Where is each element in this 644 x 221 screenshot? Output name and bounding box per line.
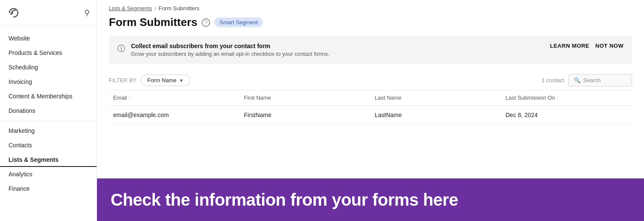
breadcrumb: Lists & Segments / Form Submitters	[97, 0, 644, 11]
banner-title: Collect email subscribers from your cont…	[131, 43, 544, 49]
th-firstname: First Name	[240, 95, 371, 101]
purple-overlay-banner: Check the information from your forms he…	[97, 178, 644, 221]
form-name-dropdown-label: Form Name	[147, 77, 177, 83]
sidebar-top: ⚲	[0, 0, 97, 26]
filter-bar: FILTER BY Form Name ▼ 1 contact 🔍 Search	[97, 71, 644, 90]
breadcrumb-current: Form Submitters	[159, 5, 199, 11]
sidebar-item-marketing[interactable]: Marketing	[0, 123, 97, 138]
cell-submission: Dec 8, 2024	[502, 112, 633, 118]
breadcrumb-parent[interactable]: Lists & Segments	[109, 5, 152, 11]
search-icon: 🔍	[574, 77, 581, 83]
cell-email: email@example.com	[109, 112, 240, 118]
banner-actions: LEARN MORE NOT NOW	[550, 43, 624, 49]
sidebar-item-content[interactable]: Content & Memberships	[0, 89, 97, 103]
contact-count: 1 contact	[541, 77, 564, 83]
not-now-button[interactable]: NOT NOW	[596, 43, 624, 49]
sidebar-item-finance[interactable]: Finance	[0, 181, 97, 196]
sort-icon-email[interactable]: ↕	[129, 95, 131, 100]
table-row[interactable]: email@example.com FirstName LastName Dec…	[109, 106, 632, 125]
filter-by-label: FILTER BY	[109, 77, 137, 83]
sidebar-item-scheduling[interactable]: Scheduling	[0, 60, 97, 75]
sidebar-item-website[interactable]: Website	[0, 31, 97, 46]
sidebar-item-lists[interactable]: Lists & Segments	[0, 152, 97, 167]
learn-more-button[interactable]: LEARN MORE	[550, 43, 590, 49]
th-email: Email ↕	[109, 95, 240, 101]
smart-segment-badge: Smart Segment	[214, 17, 263, 27]
info-icon: ⓘ	[117, 43, 125, 54]
banner-text: Collect email subscribers from your cont…	[131, 43, 544, 57]
table-header: Email ↕ First Name Last Name Last Submis…	[109, 90, 632, 106]
sidebar-item-contacts[interactable]: Contacts	[0, 138, 97, 152]
sidebar-search-icon[interactable]: ⚲	[84, 8, 90, 17]
logo-icon	[7, 6, 20, 20]
page-title: Form Submitters	[109, 16, 197, 29]
page-title-area: Form Submitters ? Smart Segment	[97, 11, 644, 36]
cell-firstname: FirstName	[240, 112, 371, 118]
th-lastname: Last Name	[370, 95, 502, 101]
sidebar: ⚲ Website Products & Services Scheduling…	[0, 0, 97, 221]
help-icon[interactable]: ?	[202, 18, 210, 27]
chevron-down-icon: ▼	[179, 78, 184, 83]
filter-left: FILTER BY Form Name ▼	[109, 75, 190, 86]
breadcrumb-separator: /	[154, 5, 156, 11]
cell-lastname: LastName	[370, 112, 502, 118]
sidebar-item-invoicing[interactable]: Invoicing	[0, 75, 97, 89]
sidebar-item-analytics[interactable]: Analytics	[0, 167, 97, 181]
sidebar-item-products[interactable]: Products & Services	[0, 46, 97, 60]
form-name-dropdown[interactable]: Form Name ▼	[141, 75, 190, 86]
info-banner: ⓘ Collect email subscribers from your co…	[109, 36, 632, 64]
banner-subtitle: Grow your subscribers by adding an email…	[131, 51, 544, 57]
search-placeholder: Search	[583, 77, 601, 83]
sidebar-nav: Website Products & Services Scheduling I…	[0, 26, 97, 221]
filter-right: 1 contact 🔍 Search	[541, 74, 632, 86]
nav-divider	[0, 121, 97, 121]
search-box[interactable]: 🔍 Search	[568, 74, 632, 86]
overlay-text: Check the information from your forms he…	[111, 190, 458, 210]
sort-icon-submission[interactable]: ↕	[557, 95, 559, 100]
th-submission: Last Submission On ↕	[502, 95, 633, 101]
sidebar-item-donations[interactable]: Donations	[0, 103, 97, 118]
main-content: Lists & Segments / Form Submitters Form …	[97, 0, 644, 221]
